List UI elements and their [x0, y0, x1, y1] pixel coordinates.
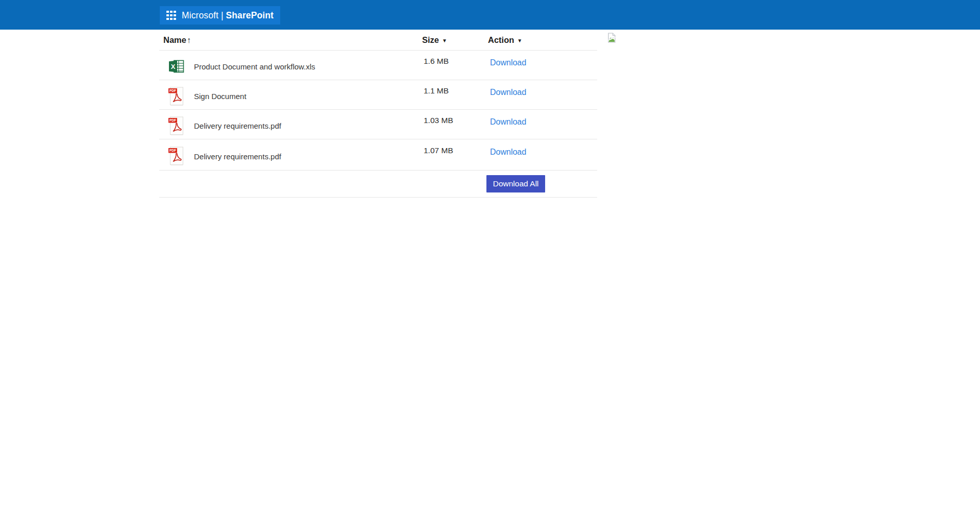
file-action-cell: Download	[488, 148, 597, 157]
excel-file-icon: X	[169, 60, 184, 74]
brand-microsoft: Microsoft	[182, 10, 218, 20]
column-label-name: Name	[163, 35, 186, 44]
table-header-row: Name↑ Size▼ Action▼	[159, 30, 597, 51]
file-name: Delivery requirements.pdf	[194, 122, 281, 130]
column-header-action[interactable]: Action▼	[488, 35, 597, 45]
column-label-size: Size	[422, 35, 439, 44]
download-all-button[interactable]: Download All	[486, 175, 545, 192]
pdf-file-icon: PDF	[168, 147, 185, 166]
file-size: 1.07 MB	[422, 146, 488, 155]
file-size: 1.03 MB	[422, 116, 488, 125]
broken-image-icon	[608, 33, 616, 43]
pdf-file-icon: PDF	[168, 87, 185, 106]
download-all-row: Download All	[159, 171, 597, 198]
file-name-cell: PDF Sign Document	[159, 87, 422, 106]
download-link[interactable]: Download	[488, 148, 526, 156]
brand-text: Microsoft|SharePoint	[182, 10, 274, 21]
download-link[interactable]: Download	[488, 58, 526, 67]
sort-ascending-icon: ↑	[187, 36, 191, 44]
pdf-file-icon: PDF	[168, 116, 185, 136]
file-row: PDF Delivery requirements.pdf 1.03 MB Do…	[159, 110, 597, 139]
svg-text:PDF: PDF	[169, 149, 176, 152]
file-table-body: X Product Document and workflow.xls 1.6 …	[159, 51, 597, 171]
svg-text:X: X	[171, 63, 176, 70]
svg-text:PDF: PDF	[169, 118, 176, 122]
pdf-file-icon: PDF	[159, 87, 194, 106]
pdf-file-icon: PDF	[159, 147, 194, 166]
file-row: PDF Sign Document 1.1 MB Download	[159, 80, 597, 110]
sort-dropdown-icon-size: ▼	[442, 38, 447, 43]
column-header-name[interactable]: Name↑	[159, 35, 422, 45]
download-link[interactable]: Download	[488, 117, 526, 126]
app-launcher-brand-button[interactable]: Microsoft|SharePoint	[160, 6, 280, 25]
file-size: 1.6 MB	[422, 57, 488, 66]
download-link[interactable]: Download	[488, 88, 526, 96]
file-action-cell: Download	[488, 117, 597, 127]
svg-text:PDF: PDF	[169, 89, 176, 92]
suite-header-bar: Microsoft|SharePoint	[0, 0, 980, 30]
files-table: Name↑ Size▼ Action▼ X Product Document a…	[159, 30, 597, 198]
file-name-cell: X Product Document and workflow.xls	[159, 60, 422, 74]
app-launcher-waffle-icon[interactable]	[166, 11, 176, 20]
file-name-cell: PDF Delivery requirements.pdf	[159, 116, 422, 136]
file-name: Product Document and workflow.xls	[194, 62, 315, 71]
excel-file-icon: X	[159, 60, 194, 74]
file-name: Delivery requirements.pdf	[194, 152, 281, 161]
file-name-cell: PDF Delivery requirements.pdf	[159, 147, 422, 166]
pdf-file-icon: PDF	[159, 116, 194, 136]
file-action-cell: Download	[488, 58, 597, 67]
file-action-cell: Download	[488, 88, 597, 97]
brand-separator: |	[221, 10, 224, 20]
file-row: X Product Document and workflow.xls 1.6 …	[159, 51, 597, 80]
file-row: PDF Delivery requirements.pdf 1.07 MB Do…	[159, 139, 597, 171]
file-size: 1.1 MB	[422, 86, 488, 95]
file-name: Sign Document	[194, 92, 247, 101]
sort-dropdown-icon-action: ▼	[517, 38, 522, 43]
column-header-size[interactable]: Size▼	[422, 35, 488, 45]
column-label-action: Action	[488, 35, 514, 44]
brand-product: SharePoint	[226, 10, 274, 20]
